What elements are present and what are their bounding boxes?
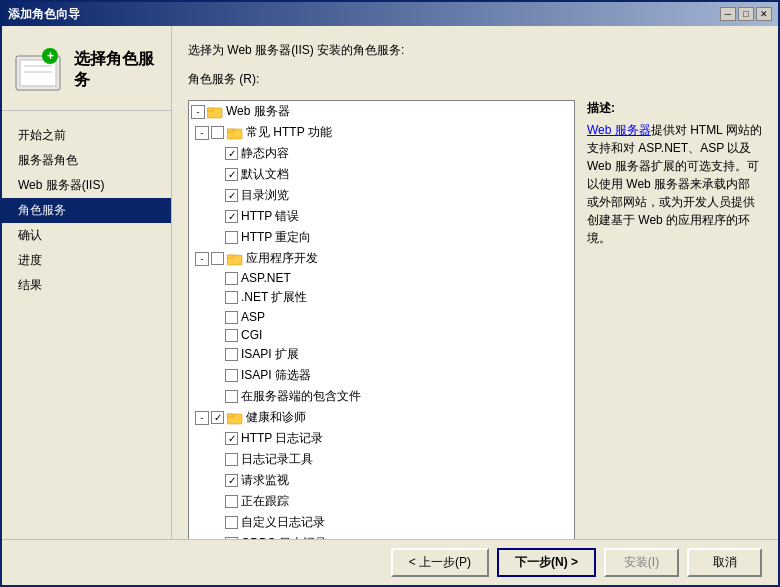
tree-item-http-log: HTTP 日志记录 (207, 428, 574, 449)
title-bar: 添加角色向导 ─ □ ✕ (2, 2, 778, 26)
tree-row-static[interactable]: 静态内容 (207, 144, 574, 163)
tree-row-health-group[interactable]: - 健康和诊师 (193, 408, 574, 427)
tree-row-appdev-group[interactable]: - 应用程序开发 (193, 249, 574, 268)
checkbox-tracing[interactable] (225, 495, 238, 508)
checkbox-http-redirect[interactable] (225, 231, 238, 244)
tree-row-http-error[interactable]: HTTP 错误 (207, 207, 574, 226)
placeholder-default-doc (209, 168, 223, 182)
placeholder-log-tool (209, 453, 223, 467)
checkbox-isapi-filter[interactable] (225, 369, 238, 382)
tree-row-aspnet[interactable]: ASP.NET (207, 270, 574, 286)
tree-item-custom-log: 自定义日志记录 (207, 512, 574, 533)
tree-row-req-monitor[interactable]: 请求监视 (207, 471, 574, 490)
placeholder-custom-log (209, 516, 223, 530)
checkbox-server-include[interactable] (225, 390, 238, 403)
install-button[interactable]: 安装(I) (604, 548, 679, 577)
tree-label-default-doc: 默认文档 (241, 166, 289, 183)
tree-group-http: - 常见 HTTP 功能 (193, 122, 574, 143)
checkbox-aspnet[interactable] (225, 272, 238, 285)
svg-rect-11 (227, 255, 234, 258)
minimize-button[interactable]: ─ (720, 7, 736, 21)
checkbox-health-group[interactable] (211, 411, 224, 424)
expand-health[interactable]: - (195, 411, 209, 425)
main-window: 添加角色向导 ─ □ ✕ + (0, 0, 780, 587)
checkbox-cgi[interactable] (225, 329, 238, 342)
tree-row-http-group[interactable]: - 常见 HTTP 功能 (193, 123, 574, 142)
tree-item-cgi: CGI (207, 326, 574, 344)
tree-item-aspnet: ASP.NET (207, 269, 574, 287)
expand-http[interactable]: - (195, 126, 209, 140)
maximize-button[interactable]: □ (738, 7, 754, 21)
tree-item-http-redirect: HTTP 重定向 (207, 227, 574, 248)
next-button[interactable]: 下一步(N) > (497, 548, 596, 577)
checkbox-http-error[interactable] (225, 210, 238, 223)
expand-appdev[interactable]: - (195, 252, 209, 266)
instruction-text: 选择为 Web 服务器(IIS) 安装的角色服务: (188, 42, 762, 59)
checkbox-asp[interactable] (225, 311, 238, 324)
checkbox-default-doc[interactable] (225, 168, 238, 181)
nav-item-confirm[interactable]: 确认 (2, 223, 171, 248)
checkbox-http-log[interactable] (225, 432, 238, 445)
nav-item-before-start[interactable]: 开始之前 (2, 123, 171, 148)
placeholder-cgi (209, 328, 223, 342)
tree-item-isapi-filter: ISAPI 筛选器 (207, 365, 574, 386)
tree-row-isapi-filter[interactable]: ISAPI 筛选器 (207, 366, 574, 385)
wizard-header: + 选择角色服务 (2, 38, 171, 111)
tree-row-http-log[interactable]: HTTP 日志记录 (207, 429, 574, 448)
content-area: + 选择角色服务 开始之前 服务器角色 Web 服务器(IIS) 角色服务 确认… (2, 26, 778, 539)
tree-row-root[interactable]: - Web 服务器 (189, 102, 574, 121)
tree-row-dir-browse[interactable]: 目录浏览 (207, 186, 574, 205)
tree-label-server-include: 在服务器端的包含文件 (241, 388, 361, 405)
placeholder-req-monitor (209, 474, 223, 488)
nav-item-server-role[interactable]: 服务器角色 (2, 148, 171, 173)
tree-row-log-tool[interactable]: 日志记录工具 (207, 450, 574, 469)
nav-item-role-service[interactable]: 角色服务 (2, 198, 171, 223)
tree-label-log-tool: 日志记录工具 (241, 451, 313, 468)
desc-title: 描述: (587, 100, 762, 117)
tree-label-http-log: HTTP 日志记录 (241, 430, 323, 447)
role-tree[interactable]: - Web 服务器 - (188, 100, 575, 539)
tree-label-http-error: HTTP 错误 (241, 208, 299, 225)
nav-item-progress[interactable]: 进度 (2, 248, 171, 273)
tree-row-net-ext[interactable]: .NET 扩展性 (207, 288, 574, 307)
title-bar-left: 添加角色向导 (8, 6, 80, 23)
tree-row-isapi-ext[interactable]: ISAPI 扩展 (207, 345, 574, 364)
expand-root[interactable]: - (191, 105, 205, 119)
tree-row-custom-log[interactable]: 自定义日志记录 (207, 513, 574, 532)
tree-item-log-tool: 日志记录工具 (207, 449, 574, 470)
tree-label-http-redirect: HTTP 重定向 (241, 229, 311, 246)
tree-row-tracing[interactable]: 正在跟踪 (207, 492, 574, 511)
tree-item-tracing: 正在跟踪 (207, 491, 574, 512)
tree-row-server-include[interactable]: 在服务器端的包含文件 (207, 387, 574, 406)
tree-row-asp[interactable]: ASP (207, 309, 574, 325)
placeholder-server-include (209, 390, 223, 404)
tree-row-default-doc[interactable]: 默认文档 (207, 165, 574, 184)
checkbox-custom-log[interactable] (225, 516, 238, 529)
nav-item-web-server[interactable]: Web 服务器(IIS) (2, 173, 171, 198)
tree-label-root: Web 服务器 (226, 103, 290, 120)
checkbox-isapi-ext[interactable] (225, 348, 238, 361)
checkbox-http-group[interactable] (211, 126, 224, 139)
checkbox-static[interactable] (225, 147, 238, 160)
desc-panel: 描述: Web 服务器提供对 HTML 网站的支持和对 ASP.NET、ASP … (587, 100, 762, 539)
cancel-button[interactable]: 取消 (687, 548, 762, 577)
prev-button[interactable]: < 上一步(P) (391, 548, 489, 577)
tree-row-cgi[interactable]: CGI (207, 327, 574, 343)
checkbox-log-tool[interactable] (225, 453, 238, 466)
role-label: 角色服务 (R): (188, 71, 762, 88)
web-server-link[interactable]: Web 服务器 (587, 123, 651, 137)
close-button[interactable]: ✕ (756, 7, 772, 21)
left-panel: + 选择角色服务 开始之前 服务器角色 Web 服务器(IIS) 角色服务 确认… (2, 26, 172, 539)
checkbox-dir-browse[interactable] (225, 189, 238, 202)
checkbox-req-monitor[interactable] (225, 474, 238, 487)
tree-group-appdev: - 应用程序开发 (193, 248, 574, 269)
tree-item-default-doc: 默认文档 (207, 164, 574, 185)
main-panel: 选择为 Web 服务器(IIS) 安装的角色服务: 角色服务 (R): - (172, 26, 778, 539)
tree-label-asp: ASP (241, 310, 265, 324)
tree-row-http-redirect[interactable]: HTTP 重定向 (207, 228, 574, 247)
nav-item-result[interactable]: 结果 (2, 273, 171, 298)
placeholder-static (209, 147, 223, 161)
checkbox-net-ext[interactable] (225, 291, 238, 304)
tree-label-dir-browse: 目录浏览 (241, 187, 289, 204)
checkbox-appdev-group[interactable] (211, 252, 224, 265)
